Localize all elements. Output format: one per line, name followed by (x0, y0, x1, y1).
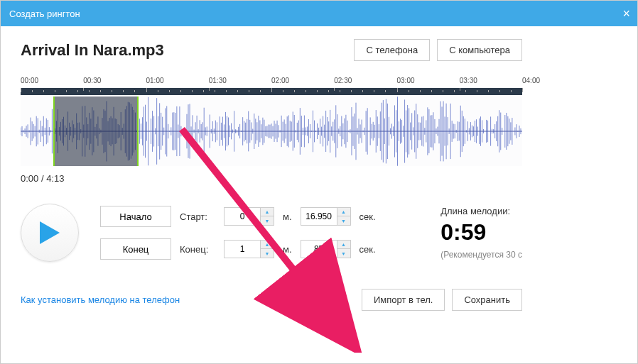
start-min-input[interactable] (225, 208, 260, 225)
timeline-tick: 01:30 (209, 77, 227, 84)
from-phone-button[interactable]: С телефона (354, 39, 430, 61)
timeline-tick: 00:30 (83, 77, 101, 84)
time-counter: 0:00 / 4:13 (21, 173, 522, 184)
duration-value: 0:59 (440, 219, 522, 246)
play-icon (38, 220, 61, 246)
timeline-tick: 02:30 (334, 77, 352, 84)
svg-marker-352 (40, 221, 60, 244)
chevron-up-icon[interactable]: ▲ (261, 208, 274, 216)
timeline-tick: 02:00 (271, 77, 289, 84)
timeline-tick: 04:00 (522, 77, 540, 84)
chevron-up-icon[interactable]: ▲ (261, 241, 274, 249)
chevron-down-icon[interactable]: ▼ (337, 249, 350, 258)
start-sec-stepper[interactable]: ▲▼ (301, 207, 351, 226)
save-button[interactable]: Сохранить (452, 289, 522, 311)
end-min-stepper[interactable]: ▲▼ (224, 240, 274, 258)
timeline-tick: 00:00 (21, 77, 38, 84)
play-button[interactable] (21, 204, 79, 262)
from-computer-button[interactable]: С компьютера (437, 39, 522, 61)
chevron-up-icon[interactable]: ▲ (337, 208, 350, 216)
selection-region[interactable] (53, 96, 139, 166)
timeline-tick: 03:30 (460, 77, 477, 84)
chevron-up-icon[interactable]: ▲ (337, 241, 350, 249)
end-sec-input[interactable] (301, 241, 337, 258)
waveform[interactable] (21, 96, 522, 166)
duration-recommend: (Рекомендуется 30 с (440, 250, 522, 260)
unit-min: м. (283, 211, 292, 222)
start-min-stepper[interactable]: ▲▼ (224, 207, 274, 226)
set-start-button[interactable]: Начало (100, 206, 171, 227)
start-sec-input[interactable] (301, 208, 337, 225)
help-link[interactable]: Как установить мелодию на телефон (21, 294, 180, 305)
timeline-tick: 03:00 (397, 77, 415, 84)
titlebar: Создать рингтон × (1, 1, 637, 26)
unit-sec: сек. (359, 211, 376, 222)
file-name: Arrival In Nara.mp3 (21, 41, 164, 60)
end-sec-stepper[interactable]: ▲▼ (301, 240, 351, 258)
end-min-input[interactable] (225, 241, 260, 258)
timeline-ruler[interactable]: 00:0000:3001:0001:3002:0002:3003:0003:30… (21, 77, 522, 96)
duration-label: Длина мелодии: (440, 206, 522, 216)
set-end-button[interactable]: Конец (100, 238, 171, 260)
end-label: Конец: (180, 244, 215, 255)
start-label: Старт: (180, 211, 215, 222)
close-icon[interactable]: × (622, 6, 630, 21)
unit-min: м. (283, 244, 292, 255)
timeline-tick: 01:00 (146, 77, 164, 84)
window-title: Создать рингтон (9, 9, 80, 19)
chevron-down-icon[interactable]: ▼ (261, 249, 274, 258)
main-panel: Arrival In Nara.mp3 С телефона С компьют… (1, 26, 542, 324)
unit-sec: сек. (359, 244, 376, 255)
chevron-down-icon[interactable]: ▼ (337, 216, 350, 225)
import-phone-button[interactable]: Импорт в тел. (362, 289, 445, 311)
chevron-down-icon[interactable]: ▼ (261, 216, 274, 225)
